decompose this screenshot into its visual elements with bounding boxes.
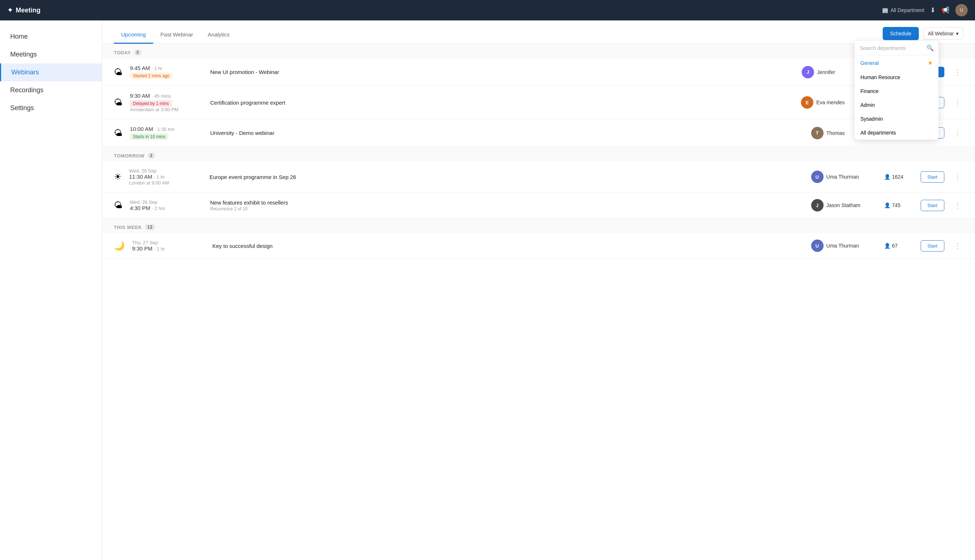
chevron-down-icon: ▾	[956, 31, 958, 37]
schedule-button[interactable]: Schedule	[883, 27, 918, 40]
tab-past-webinar[interactable]: Past Webinar	[153, 26, 201, 44]
status-badge-2: Delayed by 1 mins	[130, 100, 172, 107]
section-thisweek-count: 12	[145, 224, 155, 230]
webinar-title-5: New features exhibit to resellers Recurr…	[210, 200, 804, 212]
host-info-4: U Uma Thurman	[811, 171, 877, 183]
webinar-icon-3: 🌤	[114, 128, 123, 138]
sidebar: Home Meetings Webinars Recordings Settin…	[0, 20, 102, 560]
more-options-2[interactable]: ⋮	[952, 97, 963, 108]
more-options-4[interactable]: ⋮	[952, 171, 963, 183]
host-info-6: U Uma Thurman	[811, 240, 877, 252]
webinar-time-2: 9:30 AM · 45 mins Delayed by 1 mins Amst…	[130, 93, 203, 112]
host-info-5: J Jason Statham	[811, 199, 877, 212]
dept-item-sysadmin[interactable]: Sysadmin	[855, 112, 938, 126]
dept-name-sysadmin: Sysadmin	[860, 116, 883, 122]
host-avatar-6: U	[811, 240, 824, 252]
sidebar-label-recordings: Recordings	[10, 87, 43, 94]
more-options-6[interactable]: ⋮	[952, 240, 963, 252]
status-badge-3: Starts in 10 mins	[130, 133, 168, 140]
announcement-icon[interactable]: 📢	[942, 6, 950, 14]
topnav-right: 🏢 All Department ⬇ 📢 U	[882, 4, 968, 17]
department-dropdown: 🔍 General ★ Human Resource Finance Admin…	[855, 41, 938, 140]
host-avatar-2: E	[801, 96, 813, 108]
host-name-6: Uma Thurman	[826, 243, 859, 248]
dept-name-finance: Finance	[860, 88, 879, 94]
user-avatar[interactable]: U	[955, 4, 968, 17]
dept-search-area: 🔍	[855, 41, 938, 55]
section-tomorrow-count: 2	[147, 153, 155, 158]
webinar-time-1: 9:45 AM · 1 hr Started 2 mins ago	[130, 65, 203, 79]
webinar-row: 🌤 10:00 AM · 1:30 hrs Starts in 10 mins …	[102, 119, 975, 147]
filter-label: All Webinar	[928, 31, 954, 37]
webinar-title-1: New UI promotion - Webinar	[210, 69, 794, 75]
webinar-row: 🌤 9:30 AM · 45 mins Delayed by 1 mins Am…	[102, 86, 975, 119]
sidebar-label-webinars: Webinars	[11, 68, 39, 76]
more-options-5[interactable]: ⋮	[952, 200, 963, 211]
webinar-row: 🌤 9:45 AM · 1 hr Started 2 mins ago New …	[102, 58, 975, 86]
logo-area: ✦ Meeting	[7, 6, 40, 14]
section-today: TODAY 3	[102, 44, 975, 58]
app-name: Meeting	[16, 7, 40, 14]
attendee-count-5: 👤 745	[884, 202, 913, 208]
attendee-count-6: 👤 67	[884, 243, 913, 248]
dept-item-hr[interactable]: Human Resource	[855, 70, 938, 84]
host-name-3: Thomas	[826, 130, 845, 136]
department-label: All Department	[890, 7, 924, 13]
tab-bar: Upcoming Past Webinar Analytics	[114, 26, 237, 43]
app-logo: ✦ Meeting	[7, 6, 40, 14]
host-name-5: Jason Statham	[826, 202, 860, 208]
webinar-icon-5: 🌤	[114, 200, 123, 210]
more-options-1[interactable]: ⋮	[952, 67, 963, 78]
tab-analytics[interactable]: Analytics	[200, 26, 237, 44]
webinar-time-4: Wed, 26 Sep 11:30 AM · 1 hr London at 9:…	[129, 168, 202, 185]
webinar-icon-4: ☀	[114, 172, 122, 182]
department-selector[interactable]: 🏢 All Department	[882, 7, 924, 13]
webinar-title-6: Key to successful design	[212, 243, 804, 249]
webinar-time-3: 10:00 AM · 1:30 hrs Starts in 10 mins	[130, 126, 203, 140]
sidebar-item-settings[interactable]: Settings	[0, 99, 102, 117]
host-avatar-4: U	[811, 171, 824, 183]
dept-item-finance[interactable]: Finance	[855, 84, 938, 98]
host-name-4: Uma Thurman	[826, 174, 859, 180]
download-icon[interactable]: ⬇	[930, 6, 936, 14]
search-icon: 🔍	[927, 45, 934, 52]
filter-dropdown[interactable]: All Webinar ▾	[923, 27, 963, 40]
webinar-icon-6: 🌙	[114, 241, 125, 251]
tab-upcoming[interactable]: Upcoming	[114, 26, 153, 44]
people-icon-6: 👤	[884, 243, 890, 248]
building-icon: 🏢	[882, 7, 888, 13]
top-navigation: ✦ Meeting 🏢 All Department ⬇ 📢 U	[0, 0, 975, 20]
sidebar-item-home[interactable]: Home	[0, 28, 102, 45]
people-icon-5: 👤	[884, 202, 890, 208]
dept-name-hr: Human Resource	[860, 74, 900, 80]
host-name-1: Jennifer	[817, 69, 835, 75]
section-tomorrow-label: TOMORROW	[114, 153, 144, 158]
host-name-2: Eva mendes	[816, 100, 845, 105]
start-button-6[interactable]: Start	[921, 240, 944, 252]
host-avatar-5: J	[811, 199, 824, 212]
logo-icon: ✦	[7, 6, 13, 14]
section-tomorrow: TOMORROW 2	[102, 147, 975, 162]
dept-search-input[interactable]	[860, 45, 923, 51]
start-button-4[interactable]: Start	[921, 172, 944, 183]
sidebar-item-recordings[interactable]: Recordings	[0, 81, 102, 99]
sidebar-label-settings: Settings	[10, 104, 34, 112]
section-thisweek: THIS WEEK 12	[102, 218, 975, 233]
start-button-5[interactable]: Start	[921, 200, 944, 211]
section-today-label: TODAY	[114, 50, 131, 55]
host-avatar-1: J	[802, 66, 814, 78]
webinar-title-2: Certification programme expert	[210, 100, 794, 106]
host-avatar-3: T	[811, 127, 824, 139]
dept-item-general[interactable]: General ★	[855, 55, 938, 70]
webinar-time-5: Wed, 26 Sep 4:30 PM · 2 hrs	[130, 200, 203, 212]
webinar-icon-2: 🌤	[114, 97, 123, 108]
sidebar-item-webinars[interactable]: Webinars	[0, 63, 102, 81]
dept-name-general: General	[860, 60, 879, 66]
sidebar-item-meetings[interactable]: Meetings	[0, 45, 102, 63]
webinar-row: ☀ Wed, 26 Sep 11:30 AM · 1 hr London at …	[102, 162, 975, 192]
attendee-count-4: 👤 1624	[884, 174, 913, 180]
dept-item-admin[interactable]: Admin	[855, 98, 938, 112]
content-header: Upcoming Past Webinar Analytics Schedule…	[102, 20, 975, 44]
dept-item-all[interactable]: All departments	[855, 126, 938, 140]
more-options-3[interactable]: ⋮	[952, 127, 963, 139]
